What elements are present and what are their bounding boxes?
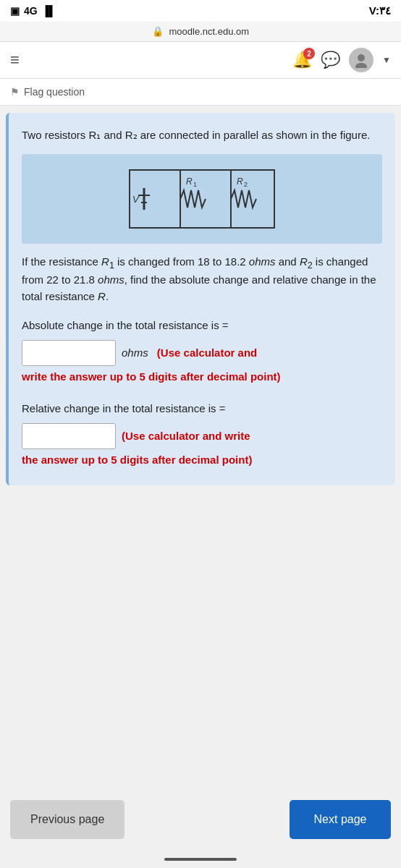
url-text: moodle.nct.edu.om xyxy=(169,26,250,37)
bars-icon: ▐▌ xyxy=(42,5,56,17)
menu-button[interactable]: ≡ xyxy=(10,51,20,69)
absolute-change-input[interactable] xyxy=(22,340,116,366)
svg-text:2: 2 xyxy=(244,181,248,188)
relative-input-row: (Use calculator and write xyxy=(22,423,382,449)
absolute-hint-inline: (Use calculator and xyxy=(154,346,258,359)
status-left: ▣ 4G ▐▌ xyxy=(10,5,56,17)
circuit-svg: V R 1 R 2 xyxy=(122,163,282,235)
question-intro: Two resistors R₁ and R₂ are connected in… xyxy=(22,127,382,144)
relative-change-label: Relative change in the total resistance … xyxy=(22,401,382,417)
time-display: V:۳٤ xyxy=(369,4,391,17)
ohms-unit: ohms xyxy=(122,346,148,359)
flag-question-label: Flag question xyxy=(24,86,85,98)
avatar-icon xyxy=(353,52,369,68)
absolute-change-label: Absolute change in the total resistance … xyxy=(22,318,382,334)
svg-text:R: R xyxy=(237,176,243,187)
signal-icon: ▣ xyxy=(10,5,20,17)
lock-icon: 🔒 xyxy=(152,26,164,37)
status-bar: ▣ 4G ▐▌ V:۳٤ xyxy=(0,0,401,22)
question-content: Two resistors R₁ and R₂ are connected in… xyxy=(6,113,395,485)
bottom-navigation: Previous page Next page xyxy=(0,800,401,839)
avatar[interactable] xyxy=(349,48,373,72)
toolbar-right: 🔔 2 💬 ▼ xyxy=(292,48,391,72)
network-label: 4G xyxy=(24,5,38,17)
circuit-diagram: V R 1 R 2 xyxy=(22,154,382,244)
flag-bar[interactable]: ⚑ Flag question xyxy=(0,79,401,106)
absolute-hint-text: write the answer up to 5 digits after de… xyxy=(22,369,382,386)
relative-hint-text: the answer up to 5 digits after decimal … xyxy=(22,452,382,469)
next-page-button[interactable]: Next page xyxy=(290,800,391,839)
relative-change-input[interactable] xyxy=(22,423,116,449)
svg-text:V: V xyxy=(132,194,140,205)
svg-text:R: R xyxy=(186,176,193,187)
chat-icon[interactable]: 💬 xyxy=(321,51,340,69)
svg-rect-2 xyxy=(130,170,274,228)
notification-badge: 2 xyxy=(303,48,315,59)
dropdown-icon[interactable]: ▼ xyxy=(382,55,391,65)
svg-point-1 xyxy=(355,63,367,68)
bottom-bar xyxy=(164,858,237,861)
question-body: If the resistance R1 is changed from 18 … xyxy=(22,254,382,305)
address-bar: 🔒 moodle.nct.edu.om xyxy=(0,22,401,42)
notification-bell[interactable]: 🔔 2 xyxy=(292,51,312,69)
toolbar: ≡ 🔔 2 💬 ▼ xyxy=(0,42,401,79)
relative-hint-inline: (Use calculator and write xyxy=(122,430,250,442)
flag-icon: ⚑ xyxy=(10,86,20,98)
svg-text:1: 1 xyxy=(193,181,197,188)
absolute-input-row: ohms (Use calculator and xyxy=(22,340,382,366)
relative-change-section: Relative change in the total resistance … xyxy=(22,401,382,468)
previous-page-button[interactable]: Previous page xyxy=(10,800,124,839)
absolute-change-section: Absolute change in the total resistance … xyxy=(22,318,382,385)
svg-point-0 xyxy=(358,54,365,61)
